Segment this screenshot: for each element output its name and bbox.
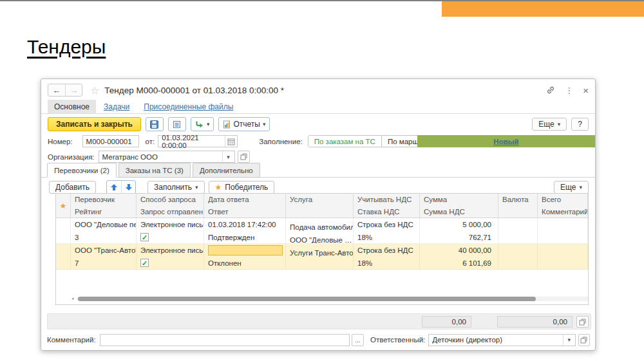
horizontal-scrollbar[interactable]: ◂ ▸ — [71, 296, 589, 301]
active-edit-cell[interactable] — [208, 245, 283, 255]
table-more-button[interactable]: Еще ▾ — [554, 181, 589, 194]
menu-kebab-icon[interactable]: ⋮ — [565, 86, 573, 95]
tab-additional[interactable]: Дополнительно — [193, 163, 260, 178]
open-responsible-button[interactable] — [578, 334, 590, 346]
table-row-selected[interactable]: ООО "Транс-Авто" 7 Электронное письмо ✓ … — [56, 244, 588, 270]
chevron-down-icon: ▾ — [195, 184, 198, 190]
scrollbar-thumb[interactable] — [78, 297, 536, 301]
chevron-down-icon[interactable]: ▾ — [222, 151, 234, 162]
forward-button[interactable]: → — [65, 84, 82, 96]
comment-expand-button[interactable]: ... — [352, 334, 364, 346]
tab-tasks[interactable]: Задачи — [97, 100, 136, 113]
open-totals-button[interactable] — [576, 316, 589, 328]
cell-total[interactable] — [538, 218, 588, 243]
cell-currency[interactable] — [498, 218, 538, 243]
cell-response-date[interactable]: Отклонен — [204, 244, 286, 269]
comment-label: Комментарий: — [47, 336, 96, 344]
header-marker-cell: ★ — [56, 194, 71, 218]
cell-response-date[interactable]: 01.03.2018 17:42:00 Подтвержден — [204, 218, 286, 243]
fill-by-orders-button[interactable]: По заказам на ТС — [308, 136, 381, 147]
favorite-star-icon[interactable]: ☆ — [90, 84, 99, 97]
header-request-method[interactable]: Способ запроса Запрос отправлен — [137, 194, 204, 218]
comment-input[interactable] — [100, 334, 350, 346]
table-row[interactable]: ООО "Деловые пер… 3 Электронное письмо ✓… — [56, 218, 588, 244]
responsible-combo[interactable]: Деточкин (директор) ▾ — [428, 334, 575, 346]
tab-carriers[interactable]: Перевозчики (2) — [47, 163, 117, 178]
link-icon[interactable] — [546, 86, 555, 95]
add-row-button[interactable]: Добавить — [49, 181, 96, 194]
header-vat-mode[interactable]: Учитывать НДС Ставка НДС — [354, 194, 420, 218]
grand-total-field[interactable]: 0,00 — [497, 316, 573, 328]
checkbox-checked-icon[interactable]: ✓ — [140, 233, 149, 241]
header-response-date[interactable]: Дата ответа Ответ — [204, 194, 286, 218]
move-up-button[interactable] — [107, 181, 121, 194]
organization-value: Мегатранс ООО — [99, 153, 222, 161]
table-more-label: Еще — [560, 183, 576, 192]
help-button[interactable]: ? — [571, 118, 589, 131]
more-label: Еще — [538, 120, 554, 129]
more-button[interactable]: Еще ▾ — [532, 118, 567, 131]
date-field[interactable]: 01.03.2021 0:00:00 — [158, 135, 238, 147]
responsible-value: Деточкин (директор) — [429, 336, 562, 344]
tab-attached-files[interactable]: Присоединенные файлы — [137, 100, 240, 113]
cell-service[interactable]: Услуги Транс-Авто — [286, 244, 354, 269]
reports-button[interactable]: Отчеты ▾ — [218, 117, 270, 131]
create-based-on-button[interactable]: ▾ — [191, 117, 214, 131]
post-document-button[interactable] — [168, 117, 186, 131]
tab-main[interactable]: Основное — [48, 100, 96, 113]
winner-button[interactable]: ★ Победитель — [209, 181, 275, 194]
chevron-down-icon: ▾ — [579, 184, 582, 190]
checkbox-checked-icon[interactable]: ✓ — [140, 259, 149, 267]
open-icon — [240, 153, 247, 160]
save-close-button[interactable]: Записать и закрыть — [48, 117, 141, 131]
row-marker-cell — [56, 244, 71, 269]
header-carrier[interactable]: Перевозчик Рейтинг — [71, 194, 137, 218]
cell-amount[interactable]: 5 000,00 762,71 — [420, 218, 498, 243]
save-button[interactable] — [146, 117, 164, 131]
detail-tab-strip: Перевозчики (2) Заказы на ТС (3) Дополни… — [47, 163, 262, 178]
carriers-table: ★ Перевозчик Рейтинг Способ запроса Запр… — [55, 193, 589, 305]
cell-request-method[interactable]: Электронное письмо ✓ — [137, 218, 204, 243]
status-new-link[interactable]: Новый — [493, 138, 518, 145]
help-label: ? — [578, 120, 582, 129]
organization-row: Организация: Мегатранс ООО ▾ — [48, 151, 250, 163]
cell-request-method[interactable]: Электронное письмо ✓ — [137, 244, 204, 269]
cell-service[interactable]: Подача автомобиля ООО "Деловые … — [286, 218, 354, 243]
report-icon — [223, 120, 231, 129]
header-service[interactable]: Услуга — [286, 194, 354, 218]
footer-row: Комментарий: ... Ответственный: Деточкин… — [47, 333, 590, 346]
close-icon[interactable]: × — [583, 85, 589, 96]
scrollbar-track[interactable] — [77, 297, 589, 301]
based-on-arrow-icon — [195, 120, 204, 129]
calendar-icon[interactable] — [225, 136, 237, 147]
cell-vat-mode[interactable]: Строка без НДС 18% — [354, 244, 420, 269]
cell-total[interactable] — [538, 244, 588, 269]
cell-currency[interactable] — [498, 244, 538, 269]
open-organization-button[interactable] — [238, 151, 250, 163]
winner-star-icon: ★ — [215, 183, 222, 192]
header-currency[interactable]: Валюта — [498, 194, 538, 218]
command-toolbar: Записать и закрыть ▾ — [48, 116, 589, 132]
organization-label: Организация: — [48, 153, 95, 161]
cell-carrier[interactable]: ООО "Деловые пер… 3 — [71, 218, 137, 243]
status-bar: Новый — [417, 135, 595, 147]
fill-table-button[interactable]: Заполнить ▾ — [147, 181, 204, 194]
cell-carrier[interactable]: ООО "Транс-Авто" 7 — [71, 244, 137, 269]
cell-amount[interactable]: 40 000,00 6 101,69 — [420, 244, 498, 269]
number-field[interactable]: М000-000001 — [82, 135, 139, 147]
cell-vat-mode[interactable]: Строка без НДС 18% — [354, 218, 420, 243]
tab-vehicle-orders[interactable]: Заказы на ТС (3) — [118, 163, 191, 178]
scroll-left-icon[interactable]: ◂ — [71, 296, 77, 301]
date-value: 01.03.2021 0:00:00 — [162, 134, 225, 149]
header-total[interactable]: Всего Комментарий — [538, 194, 588, 218]
organization-combo[interactable]: Мегатранс ООО ▾ — [99, 151, 235, 163]
move-down-button[interactable] — [121, 181, 135, 194]
total-amount-field[interactable]: 0,00 — [422, 316, 471, 328]
back-button[interactable]: ← — [48, 84, 65, 96]
open-icon — [579, 319, 586, 326]
window-controls: ⋮ × — [546, 85, 589, 96]
window-title-row: ← → ☆ Тендер М000-000001 от 01.03.2018 0… — [48, 83, 589, 97]
chevron-down-icon[interactable]: ▾ — [563, 335, 575, 346]
tender-form-window: ← → ☆ Тендер М000-000001 от 01.03.2018 0… — [41, 79, 596, 351]
header-amount[interactable]: Сумма Сумма НДС — [420, 194, 498, 218]
